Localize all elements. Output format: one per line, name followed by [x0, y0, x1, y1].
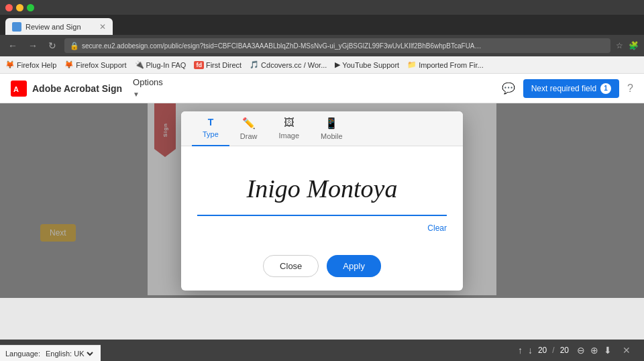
tab-mobile-label: Mobile — [321, 132, 342, 140]
bookmark-label: Cdcovers.cc / Wor... — [261, 61, 327, 69]
bookmarks-bar: 🦊 Firefox Help 🦊 Firefox Support 🔌 Plug-… — [0, 56, 644, 74]
app-logo: A Adobe Acrobat Sign — [11, 81, 122, 97]
svg-text:A: A — [13, 85, 19, 93]
reload-button[interactable]: ↻ — [46, 39, 59, 52]
back-button[interactable]: ← — [5, 39, 20, 52]
modal-overlay: T Type ✏️ Draw 🖼 Image 📱 Mobile — [0, 103, 644, 298]
bookmark-icon: 📁 — [407, 60, 417, 69]
tab-mobile[interactable]: 📱 Mobile — [310, 111, 353, 146]
signature-area[interactable]: Inigo Montoya — [197, 162, 447, 216]
tab-draw[interactable]: ✏️ Draw — [229, 111, 268, 146]
modal-tabs: T Type ✏️ Draw 🖼 Image 📱 Mobile — [181, 111, 463, 146]
tab-image-label: Image — [279, 132, 300, 140]
tab-favicon — [12, 22, 21, 32]
zoom-out-icon[interactable]: ⊖ — [577, 345, 585, 356]
bookmark-icon: ▶ — [335, 60, 340, 69]
bookmark-cdcovers[interactable]: 🎵 Cdcovers.cc / Wor... — [250, 60, 327, 69]
address-bar: ← → ↻ 🔒 secure.eu2.adobesign.com/public/… — [0, 35, 644, 56]
type-icon: T — [208, 117, 214, 127]
next-required-label: Next required field — [531, 84, 596, 93]
app-header: A Adobe Acrobat Sign Options ▼ 💬 Next re… — [0, 74, 644, 103]
close-button[interactable]: Close — [263, 255, 319, 277]
page-navigation: ↑ ↓ 20 / 20 — [518, 345, 569, 356]
traffic-lights — [5, 4, 34, 11]
tab-image[interactable]: 🖼 Image — [268, 111, 311, 146]
bookmark-label: Firefox Support — [76, 61, 126, 69]
signature-modal: T Type ✏️ Draw 🖼 Image 📱 Mobile — [181, 111, 463, 291]
forward-button[interactable]: → — [25, 39, 40, 52]
clear-link[interactable]: Clear — [427, 223, 447, 233]
maximize-window-button[interactable] — [27, 4, 34, 11]
bookmark-label: First Direct — [206, 61, 241, 69]
options-label[interactable]: Options — [133, 77, 163, 87]
next-required-badge: 1 — [600, 83, 611, 94]
zoom-controls: ⊖ ⊕ ⬇ — [577, 345, 612, 356]
language-select[interactable]: English: UK — [43, 349, 95, 358]
modal-footer: Close Apply — [181, 247, 463, 291]
bookmark-imported[interactable]: 📁 Imported From Fir... — [407, 60, 484, 69]
draw-icon: ✏️ — [242, 117, 256, 130]
tab-type[interactable]: T Type — [192, 111, 229, 146]
bookmark-youtube[interactable]: ▶ YouTube Support — [335, 60, 399, 69]
bookmark-icon: fd — [194, 61, 204, 69]
page-up-arrow[interactable]: ↑ — [518, 345, 523, 356]
browser-title-bar — [0, 0, 644, 15]
tab-close-button[interactable]: ✕ — [99, 22, 106, 32]
bookmark-icon: 🦊 — [64, 60, 74, 69]
current-page[interactable]: 20 — [538, 346, 547, 355]
tab-bar: Review and Sign ✕ — [0, 15, 644, 35]
bookmark-plugin-faq[interactable]: 🔌 Plug-In FAQ — [135, 60, 186, 69]
bookmark-star-icon[interactable]: ☆ — [616, 41, 623, 50]
bookmark-icon: 🦊 — [5, 60, 15, 69]
modal-body: Inigo Montoya Clear — [181, 146, 463, 247]
bookmark-label: YouTube Support — [342, 61, 399, 69]
url-input[interactable]: 🔒 secure.eu2.adobesign.com/public/esign?… — [64, 38, 610, 53]
acrobat-icon: A — [11, 81, 27, 97]
page-down-arrow[interactable]: ↓ — [528, 345, 533, 356]
extension-icon[interactable]: 🧩 — [629, 41, 639, 50]
tab-title: Review and Sign — [25, 23, 81, 31]
options-chevron-icon: ▼ — [133, 91, 140, 98]
bookmark-icon: 🎵 — [250, 60, 259, 69]
app-title: Adobe Acrobat Sign — [32, 83, 122, 94]
bookmark-label: Firefox Help — [17, 61, 56, 69]
bookmark-first-direct[interactable]: fd First Direct — [194, 61, 241, 69]
tab-draw-label: Draw — [240, 132, 258, 140]
image-icon: 🖼 — [284, 117, 294, 129]
bookmark-icon: 🔌 — [135, 60, 144, 69]
minimize-window-button[interactable] — [16, 4, 23, 11]
header-right: 💬 Next required field 1 ? — [502, 79, 633, 98]
close-window-button[interactable] — [5, 4, 13, 11]
modal-clear-area: Clear — [197, 221, 447, 234]
close-toolbar-button[interactable]: ✕ — [620, 344, 633, 357]
language-bar: Language: English: UK — [0, 345, 101, 361]
page-separator: / — [552, 346, 554, 355]
bookmark-label: Plug-In FAQ — [146, 61, 186, 69]
url-text: secure.eu2.adobesign.com/public/esign?ts… — [82, 42, 484, 50]
main-content: Sign AS WITNESSES: 1. 2. THU This the — [0, 103, 644, 298]
options-dropdown[interactable]: Options ▼ — [133, 77, 163, 99]
total-pages: 20 — [560, 346, 569, 355]
next-required-button[interactable]: Next required field 1 — [523, 79, 619, 98]
tab-type-label: Type — [203, 130, 219, 138]
apply-button[interactable]: Apply — [327, 255, 381, 277]
lock-icon: 🔒 — [70, 42, 79, 50]
bookmark-label: Imported From Fir... — [419, 61, 484, 69]
browser-tab[interactable]: Review and Sign ✕ — [5, 18, 113, 35]
download-icon[interactable]: ⬇ — [604, 345, 612, 356]
language-label: Language: — [5, 350, 40, 358]
address-actions: ☆ 🧩 — [616, 41, 639, 50]
bookmark-firefox-help[interactable]: 🦊 Firefox Help — [5, 60, 56, 69]
zoom-in-icon[interactable]: ⊕ — [590, 345, 598, 356]
comment-icon[interactable]: 💬 — [502, 82, 515, 95]
signature-text: Inigo Montoya — [247, 174, 398, 203]
help-icon[interactable]: ? — [627, 83, 633, 95]
mobile-icon: 📱 — [325, 117, 338, 130]
bookmark-firefox-support[interactable]: 🦊 Firefox Support — [64, 60, 126, 69]
